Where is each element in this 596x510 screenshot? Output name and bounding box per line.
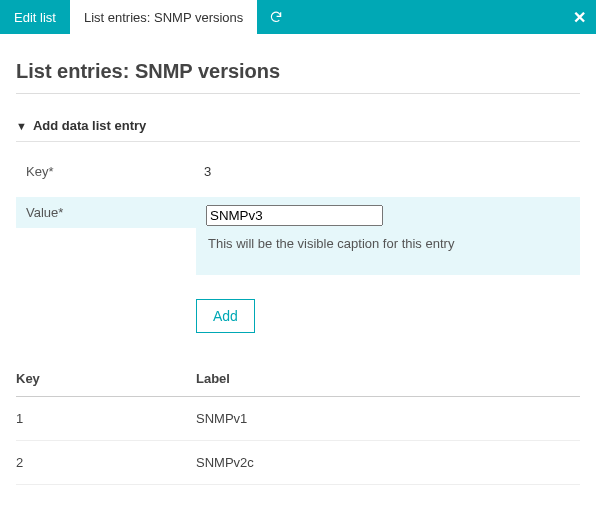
divider (16, 141, 580, 142)
key-value: 3 (204, 164, 211, 179)
tab-bar: Edit list List entries: SNMP versions ✕ (0, 0, 596, 34)
close-icon: ✕ (573, 8, 586, 27)
tab-edit-list[interactable]: Edit list (0, 0, 70, 34)
tab-list-entries-label: List entries: SNMP versions (84, 10, 243, 25)
cell-label: SNMPv2c (196, 441, 580, 485)
section-add-entry-toggle[interactable]: ▼ Add data list entry (16, 118, 580, 133)
col-header-label: Label (196, 363, 580, 397)
tab-list-entries[interactable]: List entries: SNMP versions (70, 0, 257, 34)
table-header-row: Key Label (16, 363, 580, 397)
refresh-button[interactable] (257, 0, 295, 34)
add-button[interactable]: Add (196, 299, 255, 333)
col-header-key: Key (16, 363, 196, 397)
cell-label: SNMPv1 (196, 397, 580, 441)
table-row[interactable]: 1 SNMPv1 (16, 397, 580, 441)
value-input[interactable] (206, 205, 383, 226)
refresh-icon (269, 10, 283, 24)
section-add-entry-title: Add data list entry (33, 118, 146, 133)
cell-key: 1 (16, 397, 196, 441)
cell-key: 2 (16, 441, 196, 485)
entries-table: Key Label 1 SNMPv1 2 SNMPv2c (16, 363, 580, 485)
form-row-value: Value* This will be the visible caption … (16, 197, 580, 275)
tab-edit-list-label: Edit list (14, 10, 56, 25)
key-label: Key* (16, 156, 196, 187)
chevron-down-icon: ▼ (16, 120, 27, 132)
form-row-key: Key* 3 (16, 156, 580, 187)
add-button-label: Add (213, 308, 238, 324)
value-label: Value* (16, 197, 196, 228)
value-help-text: This will be the visible caption for thi… (206, 226, 570, 261)
divider (16, 93, 580, 94)
close-button[interactable]: ✕ (573, 0, 586, 34)
table-row[interactable]: 2 SNMPv2c (16, 441, 580, 485)
page-title: List entries: SNMP versions (16, 60, 580, 83)
